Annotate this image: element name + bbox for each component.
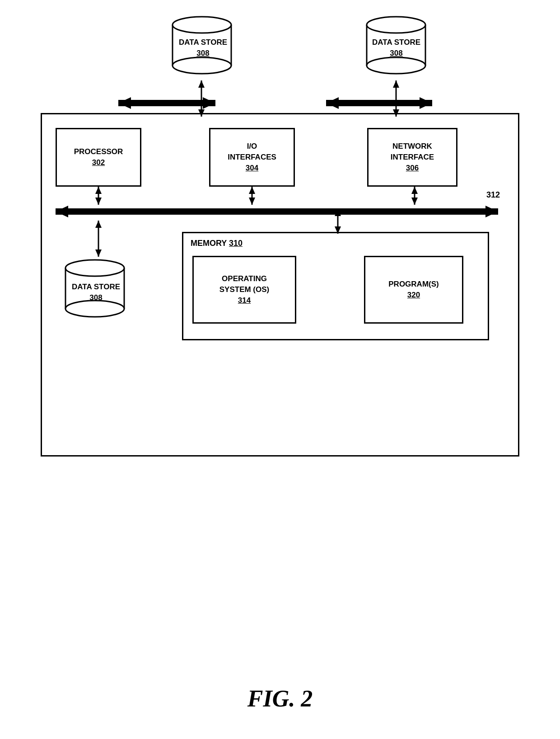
svg-marker-14 — [95, 249, 102, 257]
svg-marker-5 — [95, 198, 102, 205]
svg-marker-13 — [95, 221, 102, 228]
svg-marker-10 — [411, 187, 418, 194]
programs-box: PROGRAM(S)320 — [364, 256, 463, 324]
memory-box: MEMORY 310 OPERATINGSYSTEM (OS)314 PROGR… — [182, 232, 489, 340]
svg-marker-11 — [411, 198, 418, 205]
svg-marker-4 — [95, 187, 102, 194]
svg-marker-22 — [335, 226, 341, 234]
programs-label: PROGRAM(S)320 — [388, 279, 439, 301]
diagram-area: 300 PROCESSOR302 I/OINTERFACES304 NETWOR… — [27, 14, 533, 511]
bus-memory-arrow — [333, 209, 342, 234]
svg-marker-44 — [420, 97, 432, 109]
inner-datastore-label: DATA STORE308 — [56, 282, 135, 303]
top-left-thick-h-arrow — [108, 94, 226, 112]
io-interfaces-box: I/OINTERFACES304 — [209, 128, 295, 187]
svg-point-27 — [173, 57, 231, 74]
memory-label: MEMORY 310 — [191, 239, 243, 248]
svg-rect-0 — [56, 208, 498, 215]
network-interface-box: NETWORKINTERFACE306 — [367, 128, 457, 187]
svg-marker-2 — [485, 206, 498, 217]
svg-marker-21 — [335, 209, 341, 216]
svg-marker-8 — [249, 198, 255, 205]
processor-box: PROCESSOR302 — [56, 128, 141, 187]
network-bus-arrow — [410, 187, 419, 205]
bus-svg — [42, 202, 521, 221]
top-right-datastore-label: DATA STORE308 — [357, 37, 436, 59]
top-right-thick-h-arrow — [316, 94, 443, 112]
svg-marker-34 — [198, 80, 205, 88]
svg-marker-43 — [326, 97, 339, 109]
network-interface-label: NETWORKINTERFACE306 — [391, 141, 434, 173]
svg-point-26 — [173, 17, 231, 33]
svg-point-18 — [65, 260, 124, 276]
processor-label: PROCESSOR302 — [74, 146, 123, 168]
svg-marker-7 — [249, 187, 255, 194]
io-interfaces-label: I/OINTERFACES304 — [228, 141, 276, 173]
svg-marker-38 — [203, 97, 215, 109]
svg-point-31 — [367, 17, 425, 33]
svg-rect-36 — [118, 100, 215, 106]
svg-point-32 — [367, 57, 425, 74]
os-box: OPERATINGSYSTEM (OS)314 — [192, 256, 296, 324]
svg-marker-1 — [56, 206, 68, 217]
svg-marker-37 — [118, 97, 131, 109]
processor-datastore-arrow — [94, 221, 103, 257]
io-bus-arrow — [247, 187, 257, 205]
figure-label: FIG. 2 — [247, 685, 313, 712]
top-left-datastore-label: DATA STORE308 — [163, 37, 243, 59]
processor-bus-arrow — [94, 187, 103, 205]
bus-label: 312 — [486, 190, 500, 200]
svg-rect-42 — [326, 100, 432, 106]
svg-marker-40 — [393, 80, 399, 88]
os-label: OPERATINGSYSTEM (OS)314 — [219, 273, 270, 306]
outer-box: PROCESSOR302 I/OINTERFACES304 NETWORKINT… — [41, 113, 519, 457]
